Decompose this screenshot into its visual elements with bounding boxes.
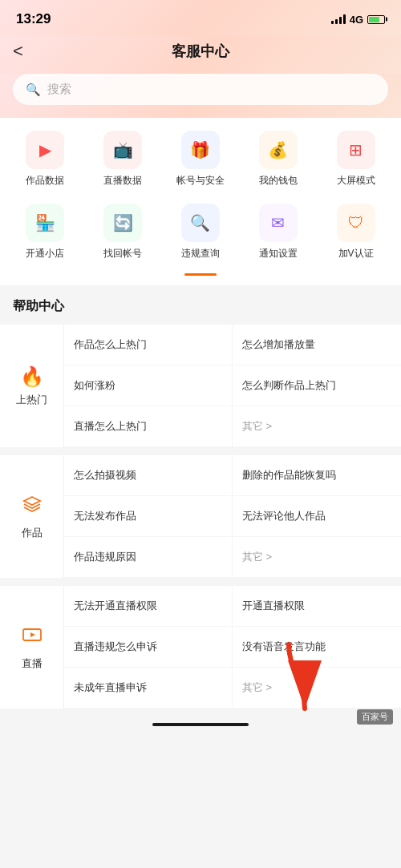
help-section: 帮助中心 🔥 上热门 作品怎么上热门 怎么增加播放量 如何涨粉 怎么判断作品上热… — [0, 285, 401, 709]
account-security-icon: 🎁 — [181, 131, 220, 169]
link-live-4[interactable]: 没有语音发言功能 — [233, 627, 401, 668]
network-type: 4G — [350, 14, 363, 26]
status-bar: 13:29 4G — [0, 0, 401, 35]
v-cert-icon: 🛡 — [337, 204, 375, 242]
hot-icon: 🔥 — [20, 365, 44, 388]
quick-actions-row-1: ▶ 作品数据 📺 直播数据 🎁 帐号与安全 💰 我的钱包 — [6, 131, 395, 188]
violation-check-icon: 🔍 — [181, 204, 220, 242]
category-live: 直播 无法开通直播权限 开通直播权限 直播违规怎么申诉 没有语音发言功能 未成年… — [0, 586, 401, 709]
works-name: 作品 — [22, 526, 43, 540]
category-live-left: 直播 — [0, 586, 64, 709]
live-data-icon: 📺 — [103, 131, 142, 169]
category-hot-left: 🔥 上热门 — [0, 325, 64, 447]
link-works-5[interactable]: 作品违规原因 — [64, 537, 233, 578]
battery-icon — [367, 15, 385, 24]
home-bar — [152, 723, 249, 726]
works-data-icon: ▶ — [26, 131, 64, 169]
find-account-label: 找回帐号 — [103, 247, 142, 260]
live-play-icon — [21, 624, 43, 652]
big-screen-label: 大屏模式 — [337, 174, 375, 188]
search-container: 🔍 搜索 — [0, 74, 401, 118]
search-icon: 🔍 — [26, 83, 41, 97]
tab-indicator — [184, 273, 217, 276]
category-works-left: 作品 — [0, 455, 64, 578]
category-hot: 🔥 上热门 作品怎么上热门 怎么增加播放量 如何涨粉 怎么判断作品上热门 直播怎… — [0, 325, 401, 447]
link-works-more[interactable]: 其它 > — [233, 537, 401, 578]
action-live-data[interactable]: 📺 直播数据 — [91, 131, 155, 188]
page-title: 客服中心 — [172, 42, 229, 61]
action-violation-check[interactable]: 🔍 违规查询 — [168, 204, 233, 260]
hot-links: 作品怎么上热门 怎么增加播放量 如何涨粉 怎么判断作品上热门 直播怎么上热门 其… — [64, 325, 401, 447]
link-hot-more[interactable]: 其它 > — [233, 406, 401, 447]
link-live-3[interactable]: 直播违规怎么申诉 — [64, 627, 233, 668]
works-links: 怎么拍摄视频 删除的作品能恢复吗 无法发布作品 无法评论他人作品 作品违规原因 … — [64, 455, 401, 578]
find-account-icon: 🔄 — [103, 204, 142, 242]
live-links: 无法开通直播权限 开通直播权限 直播违规怎么申诉 没有语音发言功能 未成年直播申… — [64, 586, 401, 709]
link-hot-4[interactable]: 怎么判断作品上热门 — [233, 365, 401, 406]
status-time: 13:29 — [16, 11, 51, 27]
link-live-more[interactable]: 其它 > — [233, 668, 401, 709]
header: < 客服中心 — [0, 35, 401, 74]
notify-settings-icon: ✉ — [259, 204, 298, 242]
quick-actions: ▶ 作品数据 📺 直播数据 🎁 帐号与安全 💰 我的钱包 — [0, 118, 401, 273]
link-hot-2[interactable]: 怎么增加播放量 — [233, 325, 401, 365]
action-account-security[interactable]: 🎁 帐号与安全 — [168, 131, 233, 188]
search-bar[interactable]: 🔍 搜索 — [13, 74, 388, 105]
action-wallet[interactable]: 💰 我的钱包 — [246, 131, 310, 188]
live-data-label: 直播数据 — [103, 174, 142, 188]
svg-marker-2 — [30, 632, 35, 637]
live-name: 直播 — [22, 656, 43, 671]
wallet-label: 我的钱包 — [259, 174, 298, 188]
link-live-2[interactable]: 开通直播权限 — [233, 586, 401, 627]
action-find-account[interactable]: 🔄 找回帐号 — [91, 204, 155, 260]
quick-actions-row-2: 🏪 开通小店 🔄 找回帐号 🔍 违规查询 ✉ 通知设置 — [6, 204, 395, 260]
works-icon — [21, 494, 43, 521]
link-hot-5[interactable]: 直播怎么上热门 — [64, 406, 233, 447]
signal-icon — [331, 14, 346, 24]
back-button[interactable]: < — [13, 41, 23, 62]
help-center-title: 帮助中心 — [0, 298, 401, 325]
svg-marker-0 — [24, 497, 40, 505]
notify-settings-label: 通知设置 — [259, 247, 298, 260]
open-shop-icon: 🏪 — [26, 204, 64, 242]
open-shop-label: 开通小店 — [26, 247, 64, 260]
violation-check-label: 违规查询 — [181, 247, 220, 260]
tab-indicator-container — [0, 273, 401, 285]
link-works-3[interactable]: 无法发布作品 — [64, 496, 233, 537]
account-security-label: 帐号与安全 — [176, 174, 225, 188]
action-open-shop[interactable]: 🏪 开通小店 — [13, 204, 77, 260]
status-icons: 4G — [331, 14, 385, 26]
action-works-data[interactable]: ▶ 作品数据 — [13, 131, 77, 188]
link-works-2[interactable]: 删除的作品能恢复吗 — [233, 455, 401, 496]
link-hot-1[interactable]: 作品怎么上热门 — [64, 325, 233, 365]
link-hot-3[interactable]: 如何涨粉 — [64, 365, 233, 406]
link-works-4[interactable]: 无法评论他人作品 — [233, 496, 401, 537]
search-input[interactable]: 搜索 — [47, 82, 71, 97]
hot-name: 上热门 — [16, 393, 47, 407]
link-live-5[interactable]: 未成年直播申诉 — [64, 668, 233, 709]
link-works-1[interactable]: 怎么拍摄视频 — [64, 455, 233, 496]
action-notify-settings[interactable]: ✉ 通知设置 — [246, 204, 310, 260]
page-wrapper: 13:29 4G < 客服中心 🔍 搜索 — [0, 0, 401, 733]
v-cert-label: 加V认证 — [338, 247, 374, 260]
big-screen-icon: ⊞ — [337, 131, 375, 169]
category-works: 作品 怎么拍摄视频 删除的作品能恢复吗 无法发布作品 无法评论他人作品 作品违规… — [0, 455, 401, 578]
link-live-1[interactable]: 无法开通直播权限 — [64, 586, 233, 627]
action-v-cert[interactable]: 🛡 加V认证 — [324, 204, 388, 260]
works-data-label: 作品数据 — [26, 174, 64, 188]
wallet-icon: 💰 — [259, 131, 298, 169]
home-indicator — [0, 717, 401, 733]
action-big-screen[interactable]: ⊞ 大屏模式 — [324, 131, 388, 188]
